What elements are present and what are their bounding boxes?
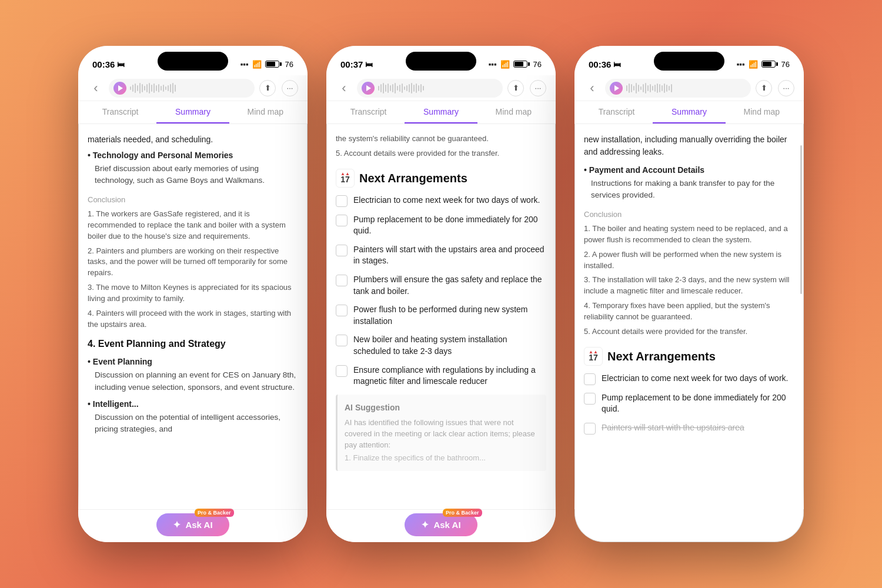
sparkle-icon-left: ✦ [173, 519, 181, 530]
checkbox-2-middle[interactable] [336, 215, 348, 226]
checkbox-2-right[interactable] [584, 393, 596, 405]
bullet-intelligent: Intelligent... Discussion on the potenti… [88, 398, 298, 436]
calendar-icon-middle: ▲▲ 17 [336, 169, 355, 188]
share-button-left[interactable]: ⬆ [259, 80, 276, 96]
bullet-desc-tech: Brief discussion about early memories of… [88, 163, 298, 187]
wifi-icon-middle: 📶 [500, 60, 510, 69]
ask-ai-button-middle[interactable]: ✦ Ask AI Pro & Backer [405, 513, 477, 536]
tab-transcript-left[interactable]: Transcript [84, 101, 156, 123]
time-right: 00:36 🛏 [589, 59, 621, 69]
bullet-desc-payment: Instructions for making a bank transfer … [584, 178, 794, 202]
tabs-middle: Transcript Summary Mind map [326, 101, 556, 124]
audio-actions-middle: ⬆ ··· [507, 80, 546, 96]
content-middle: the system's reliability cannot be guara… [326, 124, 556, 506]
audio-player-right[interactable] [605, 79, 751, 98]
conclusion-item-2-right: 2. A power flush will be performed when … [584, 249, 794, 272]
audio-player-middle[interactable] [357, 79, 503, 98]
calendar-icon-right: ▲▲ 17 [584, 347, 603, 366]
sparkle-icon-middle: ✦ [421, 519, 429, 530]
conclusion-item-3-left: 3. The move to Milton Keynes is apprecia… [88, 282, 298, 305]
conclusion-item-5-right: 5. Account details were provided for the… [584, 326, 794, 338]
checkbox-7-middle[interactable] [336, 365, 348, 377]
ai-suggestion-subitem-middle: 1. Finalize the specifics of the bathroo… [345, 453, 539, 464]
content-left: materials needed, and scheduling. Techno… [78, 124, 308, 506]
content-right: new installation, including manually ove… [574, 124, 804, 506]
phone-middle: 00:37 🛏 ▪▪▪ 📶 76 ‹ ⬆ ··· [326, 46, 556, 542]
bullet-event-planning: Event Planning Discussion on planning an… [88, 356, 298, 393]
more-button-right[interactable]: ··· [778, 80, 794, 96]
checkbox-3-right[interactable] [584, 423, 596, 435]
audio-actions-right: ⬆ ··· [756, 80, 794, 96]
conclusion-item-3-right: 3. The installation will take 2-3 days, … [584, 275, 794, 297]
back-button-left[interactable]: ‹ [88, 81, 104, 96]
checkbox-4-middle[interactable] [336, 275, 348, 286]
pro-badge-left: Pro & Backer [195, 509, 234, 517]
back-button-right[interactable]: ‹ [584, 81, 600, 96]
ask-ai-button-left[interactable]: ✦ Ask AI Pro & Backer [156, 513, 229, 536]
tabs-left: Transcript Summary Mind map [78, 101, 308, 124]
tab-mindmap-right[interactable]: Mind map [726, 101, 798, 123]
bullet-desc-intelligent: Discussion on the potential of intellige… [88, 412, 298, 436]
bed-icon-middle: 🛏 [365, 60, 373, 69]
tab-summary-right[interactable]: Summary [653, 101, 725, 123]
tab-mindmap-left[interactable]: Mind map [229, 101, 302, 123]
status-bar-right: 00:36 🛏 ▪▪▪ 📶 76 [574, 46, 804, 75]
na-title-middle: Next Arrangements [359, 169, 467, 187]
time-left: 00:36 🛏 [92, 59, 125, 69]
play-icon-right [614, 85, 619, 91]
na-title-right: Next Arrangements [607, 348, 716, 365]
bullet-title-payment: Payment and Account Details [589, 165, 704, 175]
bullet-title-intelligent: Intelligent... [93, 399, 139, 409]
tab-transcript-middle[interactable]: Transcript [332, 101, 405, 123]
conclusion-section-right: Conclusion 1. The boiler and heating sys… [584, 209, 794, 338]
audio-actions-left: ⬆ ··· [259, 80, 298, 96]
play-button-left[interactable] [113, 82, 126, 95]
checkbox-6-middle[interactable] [336, 335, 348, 346]
checkbox-3-middle[interactable] [336, 245, 348, 256]
dynamic-island-left [158, 52, 228, 71]
status-bar-middle: 00:37 🛏 ▪▪▪ 📶 76 [326, 46, 556, 75]
battery-left [265, 61, 282, 68]
share-button-right[interactable]: ⬆ [756, 80, 772, 96]
tab-transcript-right[interactable]: Transcript [580, 101, 653, 123]
status-icons-left: ▪▪▪ 📶 76 [240, 60, 293, 69]
check-item-6-middle: New boiler and heating system installati… [336, 334, 546, 357]
share-button-middle[interactable]: ⬆ [507, 80, 524, 96]
play-button-right[interactable] [610, 82, 623, 95]
conclusion-item-1-right: 1. The boiler and heating system need to… [584, 223, 794, 246]
status-bar-left: 00:36 🛏 ▪▪▪ 📶 76 [78, 46, 308, 75]
conclusion-item-4-right: 4. Temporary fixes have been applied, bu… [584, 300, 794, 323]
back-button-middle[interactable]: ‹ [336, 81, 352, 96]
check-item-3-right: Painters will start with the upstairs ar… [584, 422, 794, 435]
checkbox-1-right[interactable] [584, 373, 596, 385]
check-item-2-middle: Pump replacement to be done immediately … [336, 214, 546, 237]
checkbox-5-middle[interactable] [336, 305, 348, 316]
dynamic-island-middle [406, 52, 476, 71]
next-arrangements-header-right: ▲▲ 17 Next Arrangements [584, 347, 794, 366]
content-text-middle: the system's reliability cannot be guara… [336, 133, 546, 471]
battery-right [761, 61, 778, 68]
play-button-middle[interactable] [362, 82, 375, 95]
content-text-right: new installation, including manually ove… [584, 133, 794, 435]
signal-icon-right: ▪▪▪ [737, 60, 745, 69]
bed-icon-right: 🛏 [613, 60, 621, 69]
tab-summary-left[interactable]: Summary [156, 101, 229, 123]
bullet-desc-event: Discussion on planning an event for CES … [88, 369, 298, 393]
bed-icon-left: 🛏 [117, 60, 125, 69]
conclusion-item-4-left: 4. Painters will proceed with the work i… [88, 308, 298, 330]
check-item-5-middle: Power flush to be performed during new s… [336, 304, 546, 327]
ask-ai-label-middle: Ask AI [433, 520, 460, 530]
tab-summary-middle[interactable]: Summary [405, 101, 477, 123]
intro-text-right: new installation, including manually ove… [584, 133, 794, 158]
tab-mindmap-middle[interactable]: Mind map [477, 101, 550, 123]
more-button-middle[interactable]: ··· [530, 80, 546, 96]
signal-icon-left: ▪▪▪ [240, 60, 249, 69]
check-label-3-right: Painters will start with the upstairs ar… [602, 422, 744, 434]
battery-middle [513, 61, 530, 68]
more-button-left[interactable]: ··· [282, 80, 298, 96]
checkbox-1-middle[interactable] [336, 195, 348, 207]
audio-player-left[interactable] [109, 79, 255, 98]
status-icons-right: ▪▪▪ 📶 76 [737, 60, 790, 69]
check-item-1-middle: Electrician to come next week for two da… [336, 195, 546, 207]
bottom-bar-left: ✦ Ask AI Pro & Backer [78, 509, 308, 542]
